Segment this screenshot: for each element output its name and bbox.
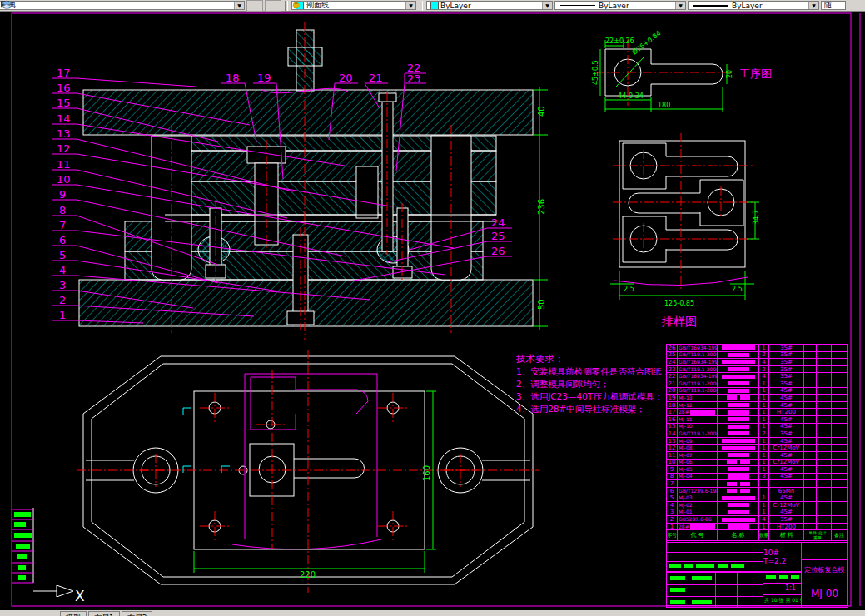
balloon-15: 15 bbox=[57, 97, 71, 109]
bom-cell-qty: 4 bbox=[759, 373, 769, 380]
bom-cell-note bbox=[832, 488, 847, 494]
bom-cell-no: 20 bbox=[667, 388, 678, 395]
bom-cell-code: GB/T16934-1997 bbox=[678, 373, 718, 380]
bom-cell-no: 1 bbox=[667, 524, 678, 530]
bom-row: 1728#1HT200 bbox=[667, 409, 847, 416]
bom-cell-note bbox=[832, 509, 847, 516]
bom-cell-qty: 1 bbox=[759, 395, 769, 401]
tab-model[interactable]: 模型 bbox=[60, 611, 87, 616]
bom-cell-no: 17 bbox=[667, 409, 678, 415]
bom-row: 12MJ-081Cr12MoV bbox=[667, 445, 847, 452]
tech-req-item: 4、选用28#中间导柱标准模架； bbox=[516, 403, 687, 415]
bom-cell-material: 45# bbox=[769, 395, 804, 401]
balloon-18: 18 bbox=[226, 72, 240, 84]
bom-rows: 26GB/T16934-1997135#25GB/T119.1-2000235#… bbox=[667, 345, 847, 530]
layout-view-label: 排样图 bbox=[661, 315, 697, 328]
bom-cell-total-weight bbox=[817, 494, 832, 501]
layout-dim-pitch: 34.7 bbox=[753, 210, 760, 225]
bom-cell-no: 9 bbox=[667, 466, 678, 473]
bom-row: 6GB/T1239.6-198965Mn bbox=[667, 488, 847, 495]
bom-cell-qty: 1 bbox=[759, 466, 769, 473]
section-dimensions: 40 236 50 bbox=[533, 87, 548, 330]
bom-cell-no: 19 bbox=[667, 395, 678, 401]
proc-dim-tab: 20 bbox=[726, 70, 733, 78]
bom-cell-name bbox=[718, 395, 759, 401]
bom-cell-no: 21 bbox=[667, 380, 678, 387]
bom-cell-name bbox=[718, 488, 759, 494]
bom-cell-name bbox=[718, 445, 759, 451]
balloon-12: 12 bbox=[57, 142, 71, 155]
tab-layout2[interactable]: 布局2 bbox=[122, 611, 153, 616]
bom-cell-qty: 1 bbox=[759, 424, 769, 430]
bom-cell-qty: 2 bbox=[759, 366, 769, 373]
bom-cell-total-weight bbox=[817, 445, 832, 451]
bom-cell-note bbox=[832, 395, 847, 401]
bom-cell-qty: 1 bbox=[759, 388, 769, 395]
bom-cell-no: 6 bbox=[667, 488, 678, 494]
bom-cell-total-weight bbox=[817, 409, 832, 415]
bom-cell-note bbox=[832, 359, 847, 365]
process-view: 22±0.26 Ø26+0.84 45±0.5 44-0.34 180 20 工… bbox=[592, 28, 772, 112]
bom-cell-unit-weight bbox=[804, 445, 817, 451]
bom-cell-code: GB/T1239.6-1989 bbox=[678, 488, 718, 494]
balloon-1: 1 bbox=[59, 309, 66, 321]
dim-top-plate: 40 bbox=[537, 106, 546, 117]
bom-cell-qty: 1 bbox=[759, 345, 769, 351]
bom-row: 5MJ-03145# bbox=[667, 494, 847, 502]
bom-row: 11MJ-07145# bbox=[667, 452, 847, 460]
bom-row: 15MJ-10145# bbox=[667, 424, 847, 431]
bom-cell-material: 45# bbox=[769, 452, 804, 459]
plan-dim-width: 220 bbox=[300, 570, 316, 579]
bom-cell-total-weight bbox=[817, 438, 832, 445]
bom-cell-total-weight bbox=[817, 359, 832, 365]
bom-cell-note bbox=[832, 373, 847, 380]
bom-cell-material: 35# bbox=[769, 352, 804, 359]
process-view-label: 工序图 bbox=[739, 67, 772, 80]
bom-cell-total-weight bbox=[817, 380, 832, 387]
bom-cell-qty bbox=[759, 480, 769, 487]
bom-cell-qty: 3 bbox=[759, 474, 769, 480]
bom-cell-total-weight bbox=[817, 366, 832, 373]
bom-cell-qty: 1 bbox=[759, 452, 769, 459]
bom-cell-note bbox=[832, 445, 847, 451]
bom-cell-qty bbox=[759, 488, 769, 494]
bom-cell-code: MJ-13 bbox=[678, 395, 718, 401]
bom-cell-total-weight bbox=[817, 373, 832, 380]
bom-cell-total-weight bbox=[817, 352, 832, 359]
bom-cell-total-weight bbox=[817, 430, 832, 437]
layout-dim-margin-right: 2.5 bbox=[732, 286, 743, 293]
bom-cell-name bbox=[718, 366, 759, 373]
bom-cell-total-weight bbox=[817, 402, 832, 409]
balloon-17: 17 bbox=[57, 67, 71, 79]
bom-cell-total-weight bbox=[817, 460, 832, 466]
bom-cell-note bbox=[832, 366, 847, 373]
balloon-6: 6 bbox=[59, 234, 66, 246]
tech-req-title: 技术要求： bbox=[516, 353, 687, 365]
drawing-number-box: MJ-00 bbox=[801, 579, 848, 608]
bom-cell-name bbox=[718, 416, 759, 423]
technical-requirements: 技术要求： 1、安装模具前检测零件是否符合图纸； 2、调整模具间隙均匀； 3、选… bbox=[516, 353, 687, 415]
bom-cell-no: 3 bbox=[667, 509, 678, 516]
bom-cell-code: MJ-06 bbox=[678, 460, 718, 466]
bom-cell-qty: 2 bbox=[759, 352, 769, 359]
bom-cell-material: Cr12MoV bbox=[769, 502, 804, 509]
tab-layout1[interactable]: 布局1 bbox=[88, 611, 120, 616]
bom-cell-total-weight bbox=[817, 509, 832, 516]
bom-cell-no: 16 bbox=[667, 416, 678, 423]
bom-row: 10MJ-061Cr12MoV bbox=[667, 460, 847, 467]
bom-cell-name bbox=[718, 474, 759, 480]
bom-cell-name bbox=[718, 373, 759, 380]
bom-row: 25GB/T119.1-2000235# bbox=[667, 352, 847, 360]
bom-cell-qty: 1 bbox=[759, 416, 769, 423]
bom-cell-qty: 4 bbox=[759, 516, 769, 523]
bom-cell-name bbox=[718, 466, 759, 473]
layout-dim-strip-width: 125-0.85 bbox=[664, 300, 694, 307]
bom-cell-code: MJ-02 bbox=[678, 502, 718, 509]
bom-cell-material: 35# bbox=[769, 366, 804, 373]
bom-cell-qty: 1 bbox=[759, 502, 769, 509]
bom-cell-code: MJ-04 bbox=[678, 474, 718, 480]
bom-cell-code: GB/T16934-1997 bbox=[678, 345, 718, 351]
bom-cell-total-weight bbox=[817, 388, 832, 395]
bom-cell-code: GB/T119.1-2000 bbox=[678, 352, 718, 359]
bom-cell-total-weight bbox=[817, 516, 832, 523]
